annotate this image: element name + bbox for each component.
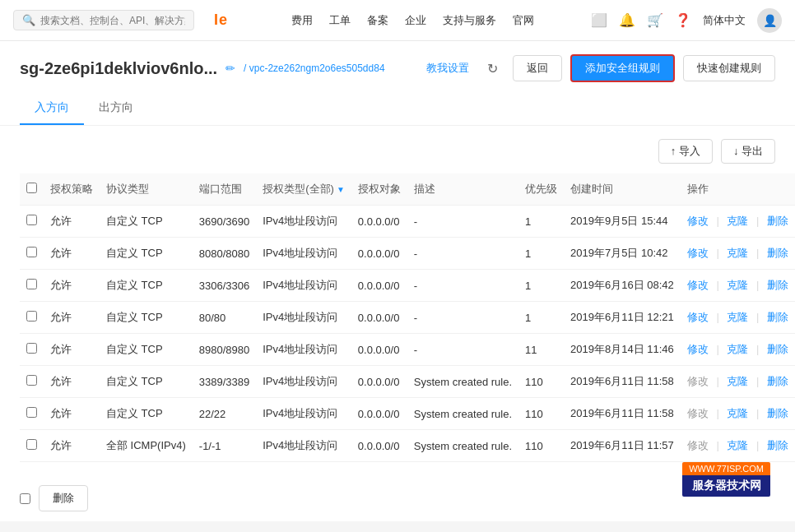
cell-time-2: 2019年6月16日 08:42	[564, 270, 681, 302]
search-icon: 🔍	[22, 14, 35, 26]
table-bottom: 删除	[0, 475, 795, 521]
row-checkbox-2[interactable]	[26, 279, 37, 289]
authtype-filter[interactable]: 授权类型(全部) ▼	[263, 182, 345, 197]
clone-link-6[interactable]: 克隆	[727, 407, 748, 419]
breadcrumb[interactable]: / vpc-2ze262ngm2o6es505dd84	[244, 62, 384, 74]
cell-action-7: 修改 | 克隆 | 删除	[681, 430, 795, 462]
cell-protocol-5: 自定义 TCP	[100, 366, 193, 398]
modify-link-4[interactable]: 修改	[687, 343, 709, 355]
help-icon[interactable]: ❓	[675, 12, 691, 28]
page-title-actions: 教我设置 ↻ 返回 添加安全组规则 快速创建规则	[423, 54, 775, 82]
divider2-0: |	[756, 215, 759, 227]
table-row: 允许 自定义 TCP 8080/8080 IPv4地址段访问 0.0.0.0/0…	[20, 238, 795, 270]
cell-time-5: 2019年6月11日 11:58	[564, 366, 681, 398]
cell-desc-7: System created rule.	[407, 430, 518, 462]
nav-search-box[interactable]: 🔍	[13, 10, 194, 30]
cell-priority-0: 1	[518, 206, 564, 238]
clone-link-3[interactable]: 克隆	[727, 311, 748, 323]
edit-icon[interactable]: ✏	[225, 62, 235, 75]
tab-outbound[interactable]: 出方向	[84, 92, 148, 125]
watermark: WWW.77ISP.COM 服务器技术网	[682, 462, 770, 497]
clone-link-5[interactable]: 克隆	[727, 375, 748, 387]
delete-link-7[interactable]: 删除	[767, 439, 788, 451]
cell-strategy-2: 允许	[44, 270, 100, 302]
clone-link-7[interactable]: 克隆	[727, 439, 748, 451]
nav-link-ticket[interactable]: 工单	[329, 13, 351, 28]
cell-priority-6: 110	[518, 398, 564, 430]
modify-link-3[interactable]: 修改	[687, 311, 709, 323]
divider1-4: |	[716, 343, 718, 355]
row-checkbox-7[interactable]	[26, 439, 37, 450]
delete-link-2[interactable]: 删除	[767, 279, 788, 291]
cell-time-4: 2019年8月14日 11:46	[564, 334, 681, 366]
delete-link-0[interactable]: 删除	[767, 215, 788, 227]
cell-desc-1: -	[407, 238, 518, 270]
col-header-authtype[interactable]: 授权类型(全部) ▼	[256, 173, 351, 206]
cell-priority-7: 110	[518, 430, 564, 462]
delete-link-4[interactable]: 删除	[767, 343, 788, 355]
nav-link-support[interactable]: 支持与服务	[443, 13, 496, 28]
delete-btn[interactable]: 删除	[39, 485, 88, 511]
cell-target-5: 0.0.0.0/0	[351, 366, 407, 398]
nav-link-cost[interactable]: 费用	[291, 13, 313, 28]
tab-inbound[interactable]: 入方向	[20, 92, 84, 125]
help-settings-btn[interactable]: 教我设置	[423, 56, 472, 81]
cell-strategy-1: 允许	[44, 238, 100, 270]
divider1-7: |	[716, 439, 718, 451]
divider1-5: |	[716, 375, 718, 387]
import-btn[interactable]: ↑ 导入	[658, 139, 713, 164]
cell-protocol-1: 自定义 TCP	[100, 238, 193, 270]
nav-links: 费用 工单 备案 企业 支持与服务 官网	[254, 13, 571, 28]
nav-link-filing[interactable]: 备案	[367, 13, 388, 28]
row-checkbox-6[interactable]	[26, 407, 37, 418]
delete-link-6[interactable]: 删除	[767, 407, 788, 419]
cell-priority-5: 110	[518, 366, 564, 398]
nav-link-enterprise[interactable]: 企业	[405, 13, 426, 28]
language-selector[interactable]: 简体中文	[703, 13, 746, 28]
cart-icon[interactable]: 🛒	[647, 12, 663, 28]
bottom-select-all-checkbox[interactable]	[20, 493, 30, 504]
delete-link-1[interactable]: 删除	[767, 247, 788, 259]
cell-desc-6: System created rule.	[407, 398, 518, 430]
cell-priority-3: 1	[518, 302, 564, 334]
row-checkbox-3[interactable]	[26, 311, 37, 322]
delete-link-5[interactable]: 删除	[767, 375, 788, 387]
search-input[interactable]	[40, 15, 185, 26]
nav-link-official[interactable]: 官网	[513, 13, 534, 28]
refresh-btn[interactable]: ↻	[481, 58, 504, 80]
clone-link-4[interactable]: 克隆	[727, 343, 748, 355]
select-all-checkbox[interactable]	[26, 183, 37, 193]
table-row: 允许 全部 ICMP(IPv4) -1/-1 IPv4地址段访问 0.0.0.0…	[20, 430, 795, 462]
cell-time-6: 2019年6月11日 11:58	[564, 398, 681, 430]
clone-link-0[interactable]: 克隆	[727, 215, 748, 227]
add-security-rule-btn[interactable]: 添加安全组规则	[570, 54, 675, 82]
modify-link-0[interactable]: 修改	[687, 215, 709, 227]
cell-desc-2: -	[407, 270, 518, 302]
row-checkbox-4[interactable]	[26, 343, 37, 354]
row-checkbox-0[interactable]	[26, 215, 37, 225]
nav-right: ⬜ 🔔 🛒 ❓ 简体中文 👤	[591, 8, 782, 33]
divider2-5: |	[756, 375, 759, 387]
table-row: 允许 自定义 TCP 8980/8980 IPv4地址段访问 0.0.0.0/0…	[20, 334, 795, 366]
screen-icon[interactable]: ⬜	[591, 12, 607, 28]
table-header-row: 授权策略 协议类型 端口范围 授权类型(全部) ▼ 授权对象 描述 优先级 创建…	[20, 173, 795, 206]
nav-logo: Ie	[214, 12, 228, 29]
quick-create-rule-btn[interactable]: 快速创建规则	[683, 55, 775, 81]
cell-strategy-3: 允许	[44, 302, 100, 334]
modify-link-2[interactable]: 修改	[687, 279, 709, 291]
row-checkbox-1[interactable]	[26, 247, 37, 257]
back-btn[interactable]: 返回	[513, 55, 562, 81]
tabs-row: 入方向 出方向	[20, 92, 775, 125]
modify-link-1[interactable]: 修改	[687, 247, 709, 259]
bell-icon[interactable]: 🔔	[619, 12, 635, 28]
cell-protocol-2: 自定义 TCP	[100, 270, 193, 302]
avatar[interactable]: 👤	[757, 8, 782, 33]
export-btn[interactable]: ↓ 导出	[721, 139, 775, 164]
clone-link-2[interactable]: 克隆	[727, 279, 748, 291]
cell-authtype-4: IPv4地址段访问	[256, 334, 351, 366]
watermark-top-text: WWW.77ISP.COM	[682, 462, 770, 475]
clone-link-1[interactable]: 克隆	[727, 247, 748, 259]
row-checkbox-5[interactable]	[26, 375, 37, 386]
delete-link-3[interactable]: 删除	[767, 311, 788, 323]
col-header-strategy: 授权策略	[44, 173, 100, 206]
